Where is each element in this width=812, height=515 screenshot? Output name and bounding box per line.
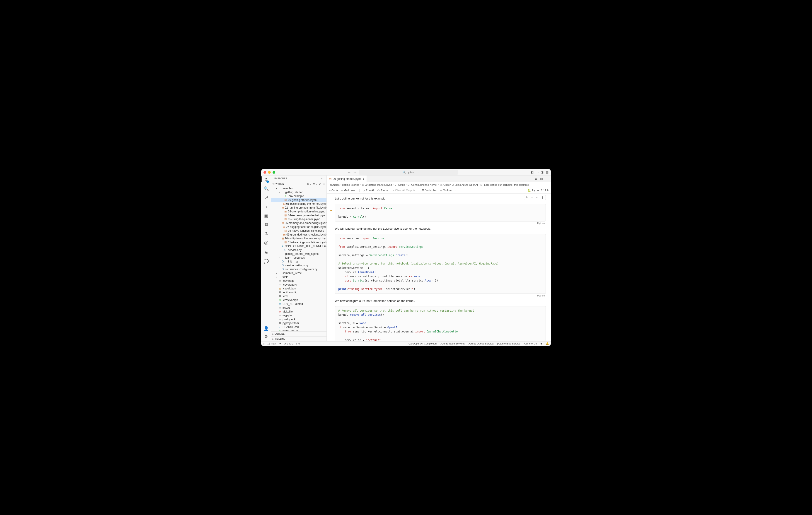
file-item[interactable]: ⬡services.py [271, 248, 326, 252]
breadcrumb-item[interactable]: M↓ Setup [395, 183, 405, 186]
notebook-body[interactable]: ✎ ▭ ⋯ 🗑 Let's define our kernel for this… [327, 194, 551, 341]
file-item[interactable]: ▤02-running-prompts-from-file.ipynb [271, 206, 326, 210]
add-markdown-button[interactable]: + Markdown [341, 189, 356, 192]
toolbar-more-icon[interactable]: ⋯ [455, 189, 458, 192]
file-item[interactable]: ▤06-memory-and-embeddings.ipynb [271, 221, 326, 225]
clear-outputs-button[interactable]: ≡ Clear All Outputs [393, 189, 415, 192]
explorer-icon[interactable]: 🗎1 [264, 177, 268, 182]
folder-item[interactable]: ▸semantic_kernel [271, 271, 326, 275]
cell-split-icon[interactable]: ▭ [530, 196, 534, 199]
file-item[interactable]: ≡mypy.ini [271, 313, 326, 317]
breadcrumb-item[interactable]: M↓ Configuring the Kernel [408, 183, 437, 186]
file-item[interactable]: ⬡sk_service_configurator.py [271, 267, 326, 271]
file-item[interactable]: ▤11-streaming-completions.ipynb [271, 240, 326, 244]
folder-item[interactable]: ▾samples [271, 186, 326, 190]
status-azurite-blob[interactable]: [Azurite Blob Service] [497, 342, 521, 345]
restart-button[interactable]: ⟳ Restart [377, 189, 389, 192]
sparkle-icon[interactable]: ✦ [330, 209, 332, 212]
refresh-icon[interactable]: ⟳ [319, 182, 321, 185]
status-cell-pos[interactable]: Cell 6 of 14 [524, 342, 537, 345]
file-item[interactable]: ⬡__init__.py [271, 260, 326, 263]
status-problems[interactable]: ⊘ 0 ⚠ 0 [284, 342, 293, 345]
extensions-icon[interactable]: ▣ [264, 213, 268, 218]
status-azurite-queue[interactable]: [Azurite Queue Service] [468, 342, 494, 345]
markdown-cell[interactable]: Let's define our kernel for this example… [327, 195, 551, 202]
layout-customize-icon[interactable]: ▦ [546, 171, 549, 174]
cell-lang[interactable]: Python [537, 294, 545, 297]
status-branch[interactable]: ⎇ main [267, 342, 277, 345]
file-item[interactable]: ≡.coverage [271, 279, 326, 283]
file-item[interactable]: ⓘREADME.md [271, 325, 326, 329]
status-azure[interactable]: AzureOpenAI: Completion [408, 342, 437, 345]
cell-more-icon[interactable]: ⋯ [535, 196, 539, 199]
folder-item[interactable]: ▸getting_started_with_agents [271, 252, 326, 256]
nav-fwd-icon[interactable]: → [353, 171, 356, 174]
code-cell[interactable]: from services import Service from sample… [335, 234, 546, 297]
file-item[interactable]: $.env.example [271, 298, 326, 302]
variables-button[interactable]: ☰ Variables [422, 189, 437, 192]
file-item[interactable]: ▤05-using-the-planner.ipynb [271, 217, 326, 221]
maximize-window-button[interactable] [272, 171, 275, 174]
new-file-icon[interactable]: 🗎₊ [307, 182, 311, 185]
layout-sidebar-right-icon[interactable]: ◨ [541, 171, 544, 174]
breadcrumb-item[interactable]: ▤ 00-getting-started.ipynb [362, 183, 392, 186]
azure-icon[interactable]: Ⓐ [264, 240, 268, 246]
status-azurite-table[interactable]: [Azurite Table Service] [440, 342, 464, 345]
status-sync[interactable]: ⟳ [279, 342, 281, 345]
file-item[interactable]: ≡log.txt [271, 306, 326, 310]
code-editor[interactable]: # Remove all services so that this cell … [335, 306, 546, 341]
layout-sidebar-left-icon[interactable]: ◧ [531, 171, 533, 174]
chat-icon[interactable]: 💬 [264, 259, 269, 264]
status-notifications-icon[interactable]: 🔔 [546, 342, 549, 345]
markdown-cell[interactable]: We will load our settings and get the LL… [327, 225, 551, 232]
file-item[interactable]: ▤03-prompt-function-inline.ipynb [271, 210, 326, 213]
breadcrumb-item[interactable]: M↓ Option 2: using Azure OpenAI [440, 183, 478, 186]
file-item[interactable]: ★DEV_SETUP.md [271, 302, 326, 306]
status-ports[interactable]: ⇵ 0 [296, 342, 300, 345]
split-editor-icon[interactable]: ◫ [540, 177, 543, 181]
folder-item[interactable]: ▾getting_started [271, 190, 326, 194]
tab-more-icon[interactable]: ⋯ [546, 177, 549, 181]
close-window-button[interactable] [263, 171, 266, 174]
settings-gear-icon[interactable]: ⚙ [264, 334, 268, 339]
file-item[interactable]: ⚙pyproject.toml [271, 321, 326, 325]
collapse-all-icon[interactable]: ⊟ [323, 182, 325, 185]
markdown-cell[interactable]: We now configure our Chat Completion ser… [327, 297, 551, 304]
add-code-button[interactable]: + Code [329, 189, 338, 192]
new-folder-icon[interactable]: 🗀₊ [313, 182, 317, 185]
tab-active[interactable]: ▤ 00-getting-started.ipynb ● [327, 176, 367, 182]
code-cell[interactable]: # Remove all services so that this cell … [335, 306, 546, 341]
run-debug-icon[interactable]: ▷ [265, 204, 268, 209]
file-item[interactable]: $.env.example [271, 194, 326, 198]
code-editor[interactable]: from services import Service from sample… [335, 234, 546, 294]
outline-section-header[interactable]: ▸ OUTLINE [271, 331, 326, 336]
breadcrumbs[interactable]: samples›getting_started›▤ 00-getting-sta… [327, 182, 551, 187]
cell-lang[interactable]: Python [537, 222, 545, 225]
folder-item[interactable]: ▸learn_resources [271, 256, 326, 260]
timeline-section-header[interactable]: ▸ TIMELINE [271, 336, 326, 341]
run-config-icon[interactable]: ⚙ [535, 177, 538, 181]
minimize-window-button[interactable] [268, 171, 271, 174]
cell-edit-icon[interactable]: ✎ [525, 196, 528, 199]
breadcrumb-item[interactable]: M↓ Let's define our kernel for this exam… [481, 183, 529, 186]
nav-back-icon[interactable]: ← [348, 171, 351, 174]
file-item[interactable]: MMakefile [271, 310, 326, 313]
file-item[interactable]: ⚙.env [271, 294, 326, 298]
file-item[interactable]: ▤04-kernel-arguments-chat.ipynb [271, 213, 326, 217]
file-item[interactable]: ≡.coveragerc [271, 283, 326, 286]
run-all-button[interactable]: ▷ Run All [363, 189, 374, 192]
file-item[interactable]: ▤09-groundedness-checking.ipynb [271, 233, 326, 237]
status-feedback-icon[interactable]: ☻ [540, 342, 543, 345]
folder-item[interactable]: ▸tests [271, 275, 326, 279]
breadcrumb-item[interactable]: getting_started [342, 183, 359, 186]
file-item[interactable]: ≡poetry.lock [271, 317, 326, 321]
testing-icon[interactable]: ⚗ [264, 231, 268, 236]
account-icon[interactable]: 👤 [264, 326, 269, 331]
file-item[interactable]: ▤07-hugging-face-for-plugins.ipynb [271, 225, 326, 229]
breadcrumb-item[interactable]: samples [330, 183, 340, 186]
cell-delete-icon[interactable]: 🗑 [541, 196, 545, 199]
explorer-more-icon[interactable]: ⋯ [321, 177, 323, 180]
file-item[interactable]: ★CONFIGURING_THE_KERNEL.md [271, 244, 326, 248]
outline-button[interactable]: ≣ Outline [440, 189, 452, 192]
project-section-header[interactable]: ▾ PYTHON 🗎₊ 🗀₊ ⟳ ⊟ [271, 181, 326, 186]
